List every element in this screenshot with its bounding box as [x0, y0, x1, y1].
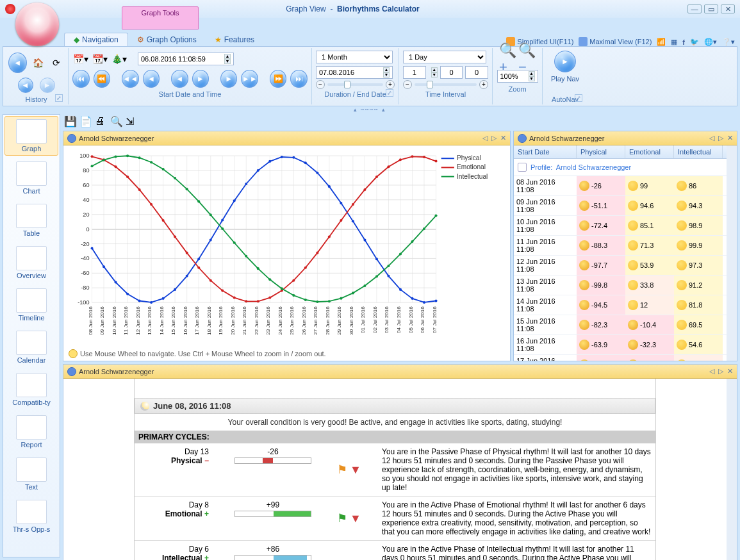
help-icon[interactable]: ❔▾ [722, 38, 735, 46]
report-row-physical: Day 13Physical − -26 ⚑▼ You are in the P… [135, 443, 655, 497]
tab-graph-options[interactable]: ⚙Graph Options [128, 33, 206, 46]
refresh-icon[interactable]: ⟳ [49, 54, 64, 71]
facebook-icon[interactable]: f [682, 38, 685, 46]
table-header[interactable]: Physical [577, 145, 625, 158]
nav-last[interactable]: ⏭ [290, 70, 308, 88]
duration-expand[interactable]: ⤢ [386, 89, 393, 97]
nav-forward[interactable]: ⏩ [270, 70, 287, 88]
table-row[interactable]: 15 Jun 2016 11:08-82.3-10.469.5 [514, 315, 727, 335]
table-scrollbar[interactable] [727, 145, 737, 361]
leftnav-item-overview[interactable]: Overview [4, 243, 58, 283]
history-expand[interactable]: ⤢ [55, 94, 63, 102]
start-datetime-input[interactable]: 06.08.2016 11:08:59▲▼ [138, 53, 234, 65]
leftnav-item-compatib-ty[interactable]: Compatib-ty [4, 370, 58, 409]
rss-icon[interactable]: 📶 [657, 38, 666, 46]
nav-prev-page[interactable]: ◄ [143, 70, 160, 88]
interval-inc[interactable]: + [479, 80, 488, 89]
copy-icon[interactable]: 📄 [79, 115, 91, 127]
tab-navigation[interactable]: ◆Navigation [64, 33, 128, 46]
table-row[interactable]: 14 Jun 2016 11:08-94.51281.8 [514, 295, 727, 315]
minimize-button[interactable]: — [687, 4, 702, 13]
interval-num-3[interactable]: 0 [465, 66, 488, 79]
nav-rewind[interactable]: ⏪ [94, 70, 111, 88]
profile-row[interactable]: Profile: Arnold Schwarzenegger [514, 159, 727, 176]
table-row[interactable]: 16 Jun 2016 11:08-63.9-32.354.6 [514, 335, 727, 355]
end-date-input[interactable]: 07.08.2016▲▼ [316, 66, 393, 79]
panel-prev[interactable]: ◁ [709, 134, 714, 142]
data-table[interactable]: Start DatePhysicalEmotionalIntellectualP… [514, 145, 727, 361]
save-icon[interactable]: 💾 [64, 115, 76, 127]
nav-prev[interactable]: ◄ [171, 70, 188, 88]
interval-dec[interactable]: − [403, 80, 412, 89]
unknown-icon[interactable]: ▦ [671, 38, 677, 46]
app-orb[interactable] [15, 3, 59, 46]
panel-next[interactable]: ▷ [718, 134, 723, 142]
panel-prev[interactable]: ◁ [709, 367, 714, 375]
print-preview-icon[interactable]: 🔍 [110, 115, 122, 127]
zoom-out-icon[interactable]: 🔍− [519, 51, 536, 67]
leftnav-item-chart[interactable]: Chart [4, 158, 58, 198]
duration-slider-thumb[interactable] [344, 81, 350, 88]
leftnav-item-text[interactable]: Text [4, 454, 58, 494]
leftnav-item-thr-s opp-s[interactable]: Thr-s Opp-s [4, 497, 58, 536]
zoom-in-icon[interactable]: 🔍+ [500, 51, 516, 67]
duration-select[interactable]: 1 Month [316, 51, 393, 63]
print-icon[interactable]: 🖨 [95, 115, 106, 127]
date-picker-icon-1[interactable]: 📅▾ [72, 51, 89, 67]
panel-close[interactable]: ✕ [727, 134, 733, 142]
interval-num-1[interactable]: 1 [403, 66, 426, 79]
panel-close[interactable]: ✕ [727, 367, 733, 375]
table-row[interactable]: 11 Jun 2016 11:08-88.371.399.9 [514, 236, 727, 256]
close-button[interactable]: ✕ [721, 4, 735, 13]
contextual-tab-graph-tools[interactable]: Graph Tools [122, 6, 199, 29]
biorhythm-chart[interactable]: -100-80-60-40-2002040608010008 Jun 20160… [66, 148, 507, 344]
leftnav-item-graph[interactable]: Graph [4, 116, 58, 156]
history-forward[interactable]: ► [40, 78, 55, 93]
table-header[interactable]: Emotional [625, 145, 674, 158]
panel-close[interactable]: ✕ [500, 134, 506, 142]
table-header[interactable]: Intellectual [674, 145, 723, 158]
duration-dec[interactable]: − [316, 80, 325, 89]
leftnav-item-calendar[interactable]: Calendar [4, 327, 58, 367]
history-back-large[interactable]: ◄ [8, 53, 27, 73]
play-nav-button[interactable]: ► [554, 51, 576, 72]
leftnav-item-report[interactable]: Report [4, 412, 58, 452]
interval-slider-thumb[interactable] [427, 81, 433, 88]
link-maximal-view[interactable]: Maximal View (F12) [579, 37, 652, 46]
nav-prev-fast[interactable]: ◄◄ [122, 70, 139, 88]
home-icon[interactable]: 🏠 [31, 54, 45, 71]
zoom-value[interactable]: 100%▲▼ [497, 70, 538, 83]
table-row[interactable]: 09 Jun 2016 11:08-51.194.694.3 [514, 196, 727, 216]
report-document[interactable]: June 08, 2016 11:08Your overall conditio… [63, 379, 727, 560]
duration-inc[interactable]: + [386, 80, 395, 89]
table-header[interactable]: Start Date [514, 145, 577, 158]
table-row[interactable]: 12 Jun 2016 11:08-97.753.997.3 [514, 256, 727, 276]
link-simplified-ui[interactable]: Simplified UI(F11) [506, 37, 573, 46]
export-icon[interactable]: ⇲ [126, 115, 137, 127]
table-row[interactable]: 08 Jun 2016 11:08-269986 [514, 176, 727, 196]
interval-num-2[interactable]: 0 [440, 66, 463, 79]
table-row[interactable]: 13 Jun 2016 11:08-99.833.891.2 [514, 276, 727, 295]
nav-next-fast[interactable]: ►► [241, 70, 258, 88]
twitter-icon[interactable]: 🐦 [690, 38, 699, 46]
date-picker-icon-3[interactable]: 🎄▾ [111, 51, 127, 67]
maximize-button[interactable]: ▭ [704, 4, 718, 13]
panel-next[interactable]: ▷ [491, 134, 497, 142]
panel-next[interactable]: ▷ [718, 367, 723, 375]
interval-select[interactable]: 1 Day [403, 51, 486, 63]
autonav-expand[interactable]: ⤢ [575, 94, 582, 102]
table-row[interactable]: 17 Jun 2016 11:08-40.7-52.537.8 [514, 355, 727, 361]
nav-next-page[interactable]: ► [220, 70, 238, 88]
nav-next[interactable]: ► [192, 70, 210, 88]
nav-first[interactable]: ⏮ [72, 70, 90, 88]
tab-features[interactable]: ★Features [206, 33, 263, 46]
globe-icon[interactable]: 🌐▾ [704, 38, 717, 46]
date-picker-icon-2[interactable]: 📆▾ [92, 51, 108, 67]
ribbon-collapse-handle[interactable]: ▴ ┉┉┉┉ ▴ [0, 106, 740, 111]
report-scrollbar[interactable] [727, 379, 737, 560]
leftnav-item-timeline[interactable]: Timeline [4, 285, 58, 325]
table-row[interactable]: 10 Jun 2016 11:08-72.485.198.9 [514, 216, 727, 236]
history-back[interactable]: ◄ [18, 78, 33, 93]
leftnav-item-table[interactable]: Table [4, 201, 58, 240]
panel-prev[interactable]: ◁ [482, 134, 488, 142]
